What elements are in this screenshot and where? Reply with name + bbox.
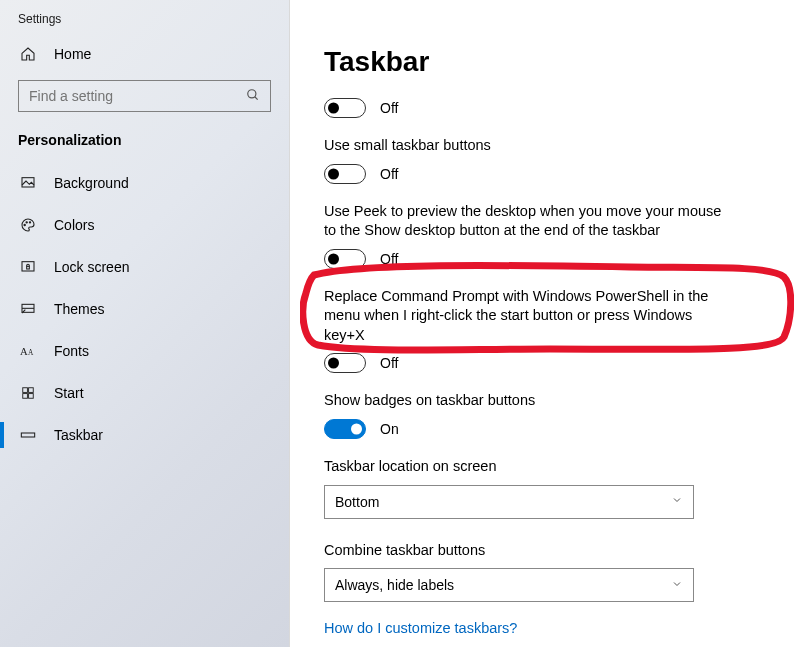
- sidebar-item-label: Colors: [54, 217, 94, 233]
- sidebar-item-taskbar[interactable]: Taskbar: [0, 414, 289, 456]
- svg-rect-13: [23, 394, 28, 399]
- search-input[interactable]: [27, 87, 246, 105]
- help-link[interactable]: How do I customize taskbars?: [324, 620, 760, 636]
- home-nav[interactable]: Home: [0, 40, 289, 80]
- start-icon: [18, 386, 38, 400]
- toggle-state: Off: [380, 251, 398, 267]
- setting-label: Use Peek to preview the desktop when you…: [324, 202, 724, 241]
- sidebar-item-background[interactable]: Background: [0, 162, 289, 204]
- sidebar-item-start[interactable]: Start: [0, 372, 289, 414]
- svg-rect-7: [27, 266, 30, 269]
- setting-peek: Use Peek to preview the desktop when you…: [324, 202, 760, 269]
- setting-powershell: Replace Command Prompt with Windows Powe…: [324, 287, 760, 374]
- toggle-state: Off: [380, 355, 398, 371]
- svg-point-3: [24, 224, 25, 225]
- setting-label: Show badges on taskbar buttons: [324, 391, 724, 411]
- chevron-down-icon: [671, 578, 683, 593]
- picture-icon: [18, 175, 38, 191]
- setting-row: Off: [324, 98, 760, 118]
- home-icon: [18, 46, 38, 62]
- setting-label: Replace Command Prompt with Windows Powe…: [324, 287, 724, 346]
- svg-point-5: [29, 222, 30, 223]
- sidebar-item-colors[interactable]: Colors: [0, 204, 289, 246]
- sidebar-item-label: Start: [54, 385, 84, 401]
- svg-line-1: [255, 96, 258, 99]
- setting-badges: Show badges on taskbar buttons On: [324, 391, 760, 439]
- sidebar-item-label: Fonts: [54, 343, 89, 359]
- search-box[interactable]: [18, 80, 271, 112]
- svg-point-0: [248, 89, 256, 97]
- sidebar-item-label: Lock screen: [54, 259, 129, 275]
- sidebar-item-label: Taskbar: [54, 427, 103, 443]
- window-title: Settings: [0, 12, 289, 40]
- toggle-switch[interactable]: [324, 419, 366, 439]
- setting-location: Taskbar location on screen Bottom: [324, 457, 760, 519]
- setting-small-buttons: Use small taskbar buttons Off: [324, 136, 760, 184]
- svg-rect-11: [23, 388, 28, 393]
- sidebar-item-label: Background: [54, 175, 129, 191]
- dropdown-value: Bottom: [335, 494, 379, 510]
- setting-label: Taskbar location on screen: [324, 457, 724, 477]
- svg-rect-15: [21, 433, 34, 437]
- toggle-state: On: [380, 421, 399, 437]
- sidebar-item-lock-screen[interactable]: Lock screen: [0, 246, 289, 288]
- setting-label: Combine taskbar buttons: [324, 541, 724, 561]
- toggle-state: Off: [380, 100, 398, 116]
- setting-combine: Combine taskbar buttons Always, hide lab…: [324, 541, 760, 603]
- svg-point-4: [26, 222, 27, 223]
- combine-dropdown[interactable]: Always, hide labels: [324, 568, 694, 602]
- setting-label: Use small taskbar buttons: [324, 136, 724, 156]
- toggle-switch[interactable]: [324, 164, 366, 184]
- sidebar-item-label: Themes: [54, 301, 105, 317]
- palette-icon: [18, 217, 38, 233]
- search-icon: [246, 88, 262, 105]
- taskbar-icon: [18, 427, 38, 443]
- themes-icon: [18, 301, 38, 317]
- toggle-switch[interactable]: [324, 353, 366, 373]
- svg-text:A: A: [20, 346, 28, 357]
- fonts-icon: AA: [18, 344, 38, 358]
- sidebar-item-fonts[interactable]: AA Fonts: [0, 330, 289, 372]
- chevron-down-icon: [671, 494, 683, 509]
- section-label: Personalization: [0, 132, 289, 162]
- svg-text:A: A: [28, 348, 34, 357]
- dropdown-value: Always, hide labels: [335, 577, 454, 593]
- sidebar-item-themes[interactable]: Themes: [0, 288, 289, 330]
- sidebar: Settings Home Personalization Background: [0, 0, 290, 647]
- location-dropdown[interactable]: Bottom: [324, 485, 694, 519]
- svg-rect-14: [29, 394, 34, 399]
- svg-rect-12: [29, 388, 34, 393]
- main-content: Taskbar Off Use small taskbar buttons Of…: [290, 0, 800, 647]
- toggle-switch[interactable]: [324, 249, 366, 269]
- toggle-state: Off: [380, 166, 398, 182]
- home-label: Home: [54, 46, 91, 62]
- lock-screen-icon: [18, 259, 38, 275]
- page-title: Taskbar: [324, 46, 760, 78]
- toggle-switch[interactable]: [324, 98, 366, 118]
